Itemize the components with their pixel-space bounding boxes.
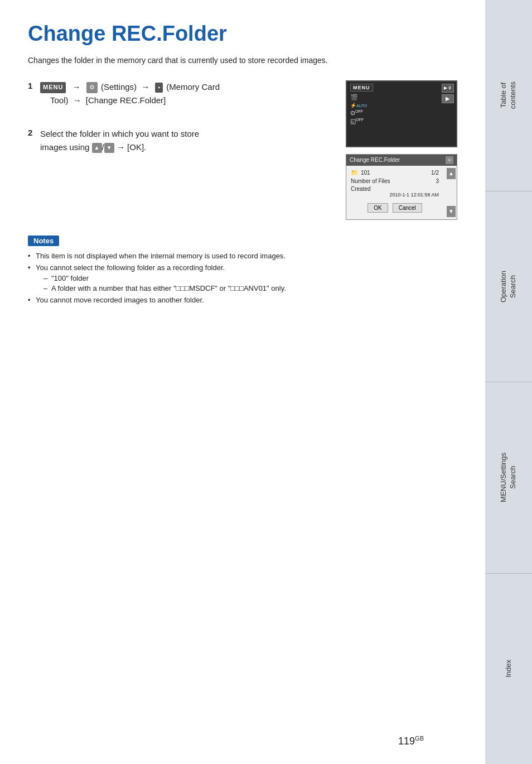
page-number: 119 [398,736,415,747]
arrow-3: → [73,94,81,107]
camera-top-btn-icon: ▶⏸ [444,85,452,90]
notes-item-1: This item is not displayed when the inte… [28,252,457,260]
dialog-folder: 📁 101 [351,169,370,176]
step-2: 2 Select the folder in which you want to… [28,127,329,154]
notes-sublist: "100" folder A folder with a number that… [36,274,457,292]
dialog-folder-number: 101 [361,170,370,176]
step-2-number: 2 [28,128,40,137]
right-sidebar: Table ofcontents OperationSearch MENU/Se… [485,0,532,764]
dialog-cancel-btn[interactable]: Cancel [393,203,422,213]
page-title: Change REC.Folder [28,22,457,46]
down-btn: ▼ [104,143,114,153]
step-2-content: Select the folder in which you want to s… [40,127,199,154]
auto-icon: ⚡AUTO [350,102,436,108]
camera-right-panel: ▶⏸ ▶ [439,81,456,146]
sidebar-operation-search[interactable]: OperationSearch [485,191,532,383]
play-icon: ▶ [446,95,450,102]
step-1: 1 MENU → ⚙ (Settings) → ▪ (Memory Card T… [28,80,329,107]
camera-play-btn: ▶ [442,94,454,103]
notes-badge: Notes [28,236,59,246]
dialog-created-label: Created [351,186,371,192]
sidebar-toc-label: Table ofcontents [499,81,518,109]
dialog-title-bar: Change REC.Folder × [346,155,457,166]
sidebar-table-of-contents[interactable]: Table ofcontents [485,0,532,191]
dialog-created-value: 2010-1·1 12:01:58 AM [351,192,439,198]
sidebar-index[interactable]: Index [485,574,532,765]
dialog-folder-row: 📁 101 1/2 [351,169,439,176]
steps-column: 1 MENU → ⚙ (Settings) → ▪ (Memory Card T… [28,80,329,166]
menu-badge: MENU [40,82,66,93]
dialog-files-row: Number of Files 3 [351,178,439,184]
notes-section: Notes This item is not displayed when th… [28,236,457,304]
memcard-label-2: Tool) [40,95,71,105]
dialog-body: 📁 101 1/2 Number of Files 3 Created [346,166,443,219]
notes-item-2: You cannot select the following folder a… [28,263,457,292]
memcard-icon: ▪ [155,83,163,93]
sidebar-menu-settings-search[interactable]: MENU/SettingsSearch [485,382,532,574]
page-number-area: 119GB [398,735,424,747]
dialog-close-btn[interactable]: × [446,156,453,164]
dialog-title: Change REC.Folder [350,157,400,163]
dialog-content: 📁 101 1/2 Number of Files 3 Created [346,166,457,219]
movie-icon: 🎬 [350,94,436,101]
arrow-2: → [141,80,149,94]
notes-list: This item is not displayed when the inte… [28,252,457,304]
scroll-down-btn[interactable]: ▼ [447,206,456,217]
notes-subitem-2: A folder with a number that has either "… [43,284,457,292]
arrow-1: → [72,80,81,94]
self-timer-icon: ⊙OFF [350,109,436,117]
camera-ui: MENU 🎬 ⚡AUTO ⊙OFF ◱OFF ▶⏸ ▶ [346,80,457,220]
dialog-box: Change REC.Folder × 📁 101 1/2 N [346,154,457,220]
mode-icon: ◱OFF [350,118,436,125]
main-page: Change REC.Folder Changes the folder in … [0,0,485,764]
dialog-created-row: Created [351,186,439,192]
camera-menu-icon: MENU [350,84,373,92]
page-suffix: GB [415,735,424,742]
dialog-buttons: OK Cancel [351,200,439,216]
steps-area: 1 MENU → ⚙ (Settings) → ▪ (Memory Card T… [28,80,457,220]
dialog-pagination: 1/2 [431,170,439,176]
camera-screen: MENU 🎬 ⚡AUTO ⊙OFF ◱OFF ▶⏸ ▶ [346,80,457,147]
step-1-number: 1 [28,81,40,90]
dialog-ok-btn[interactable]: OK [367,203,388,213]
sidebar-index-label: Index [504,660,514,677]
dialog-scrollbar: ▲ ▼ [443,166,457,219]
up-btn: ▲ [92,143,102,153]
scroll-up-btn[interactable]: ▲ [447,168,456,179]
settings-icon: ⚙ [86,82,98,93]
camera-top-btn: ▶⏸ [442,84,454,93]
page-description: Changes the folder in the memory card th… [28,56,457,65]
change-rec-label: [Change REC.Folder] [86,95,166,105]
sidebar-opsearch-label: OperationSearch [499,271,518,302]
notes-subitem-1: "100" folder [43,274,457,282]
sidebar-menusearch-label: MENU/SettingsSearch [499,453,518,502]
notes-item-3: You cannot move recorded images to anoth… [28,296,457,304]
dialog-files-label: Number of Files [351,178,390,184]
step-1-content: MENU → ⚙ (Settings) → ▪ (Memory Card Too… [40,80,220,107]
folder-icon: 📁 [351,169,359,176]
memcard-label: (Memory Card [166,82,220,92]
settings-label: (Settings) [101,82,139,92]
dialog-files-value: 3 [436,178,439,184]
